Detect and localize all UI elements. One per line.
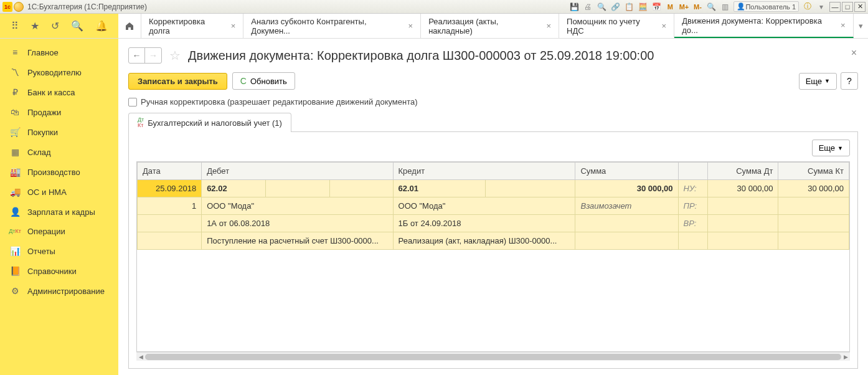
more-button[interactable]: Еще▼ (799, 73, 837, 90)
close-icon[interactable]: × (408, 21, 413, 31)
cell-sum-dt: 30 000,00 (707, 180, 778, 197)
minimize-button[interactable]: — (829, 2, 841, 12)
sidebar-item-sales[interactable]: 🛍Продажи (0, 102, 118, 122)
table-row[interactable]: 1 ООО "Мода" ООО "Мода" Взаимозачет ПР: (138, 197, 849, 215)
cell-empty (330, 180, 393, 197)
table-container: Еще▼ Дата Дебет Кредит Сумма (128, 132, 858, 369)
save-icon[interactable]: 💾 (568, 1, 580, 12)
close-icon[interactable]: × (546, 21, 551, 31)
table-row[interactable]: 25.09.2018 62.02 62.01 30 000,00 НУ: 30 … (138, 180, 849, 197)
cell-empty (138, 215, 202, 232)
cell-debit-sub2: 1А от 06.08.2018 (202, 215, 393, 232)
col-sum-dt[interactable]: Сумма Дт (707, 163, 778, 180)
tab-3[interactable]: Реализация (акты, накладные)× (421, 14, 559, 38)
tab-2[interactable]: Анализ субконто Контрагенты, Докумен...× (243, 14, 421, 38)
bell-icon[interactable]: 🔔 (95, 20, 108, 32)
sidebar-label: Справочники (27, 267, 77, 276)
main-area: ≡Главное 〽Руководителю ₽Банк и касса 🛍Пр… (0, 39, 868, 375)
star-icon[interactable]: ★ (31, 20, 39, 32)
calc-icon[interactable]: 🧮 (637, 1, 648, 12)
clipboard-icon[interactable]: 📋 (623, 1, 634, 12)
accounting-tab[interactable]: ДтКт Бухгалтерский и налоговый учет (1) (128, 113, 291, 132)
col-sum-kt[interactable]: Сумма Кт (778, 163, 849, 180)
panels-icon[interactable]: ▥ (719, 1, 730, 12)
ruble-icon: ₽ (9, 87, 21, 97)
close-page-button[interactable]: × (851, 47, 857, 59)
m-button[interactable]: M (664, 1, 676, 12)
col-side[interactable] (678, 163, 707, 180)
table-row[interactable]: 1А от 06.08.2018 1Б от 24.09.2018 ВР: (138, 215, 849, 232)
refresh-icon: С (240, 76, 247, 86)
tab-5[interactable]: Движения документа: Корректировка до...× (674, 14, 853, 38)
dropdown-icon[interactable]: ▾ (816, 1, 827, 12)
cell-vr: ВР: (678, 215, 707, 232)
search-icon[interactable]: 🔍 (596, 1, 607, 12)
print-icon[interactable]: 🖨 (582, 1, 593, 12)
table-row[interactable]: Поступление на расчетный счет Ш300-0000.… (138, 232, 849, 250)
history-icon[interactable]: ↺ (51, 20, 59, 32)
scroll-right-icon[interactable]: ▶ (841, 353, 850, 361)
sidebar-item-operations[interactable]: ДтКтОперации (0, 222, 118, 241)
user-label: Пользователь 1 (745, 3, 796, 11)
m-minus-button[interactable]: M- (692, 1, 703, 12)
link-icon[interactable]: 🔗 (610, 1, 621, 12)
col-sum[interactable]: Сумма (575, 163, 678, 180)
col-date[interactable]: Дата (138, 163, 202, 180)
info-icon[interactable]: ⓘ (802, 1, 813, 12)
sidebar-item-bank[interactable]: ₽Банк и касса (0, 82, 118, 102)
apps-icon[interactable]: ⠿ (11, 20, 19, 32)
horizontal-scrollbar[interactable]: ◀ ▶ (136, 352, 850, 361)
favorite-star-icon[interactable]: ☆ (169, 48, 181, 63)
help-button[interactable]: ? (841, 72, 858, 90)
sidebar-item-main[interactable]: ≡Главное (0, 42, 118, 62)
cart-icon: 🛒 (9, 127, 21, 137)
sidebar-item-manager[interactable]: 〽Руководителю (0, 62, 118, 82)
home-tab[interactable] (118, 14, 141, 38)
back-button[interactable]: ← (129, 48, 145, 63)
cell-date: 25.09.2018 (138, 180, 202, 197)
sidebar-label: Склад (27, 148, 51, 157)
zoom-icon[interactable]: 🔍 (705, 1, 717, 12)
cell-credit-acc: 62.01 (393, 180, 486, 197)
close-button[interactable]: ✕ (854, 2, 866, 12)
sidebar-item-catalogs[interactable]: 📙Справочники (0, 261, 118, 281)
col-credit[interactable]: Кредит (393, 163, 575, 180)
sidebar-item-salary[interactable]: 👤Зарплата и кадры (0, 202, 118, 222)
chart-icon: 〽 (9, 67, 21, 77)
calendar-icon[interactable]: 📅 (651, 1, 662, 12)
sidebar-item-reports[interactable]: 📊Отчеты (0, 241, 118, 261)
sidebar-item-warehouse[interactable]: ▦Склад (0, 142, 118, 162)
toolbar-row: ⠿ ★ ↺ 🔍 🔔 Корректировка долга× Анализ су… (0, 14, 868, 39)
cell-sum: 30 000,00 (575, 180, 678, 197)
scroll-thumb[interactable] (145, 354, 841, 360)
close-icon[interactable]: × (231, 21, 236, 31)
app-logo: 1с (2, 2, 12, 12)
manual-edit-row: Ручная корректировка (разрешает редактир… (128, 97, 858, 107)
sidebar-label: ОС и НМА (27, 188, 67, 197)
m-plus-button[interactable]: M+ (678, 1, 689, 12)
manual-edit-checkbox[interactable] (128, 98, 137, 107)
scroll-left-icon[interactable]: ◀ (136, 353, 145, 361)
refresh-button[interactable]: СОбновить (232, 72, 295, 90)
tab-4[interactable]: Помощник по учету НДС× (559, 14, 674, 38)
sidebar-item-production[interactable]: 🏭Производство (0, 162, 118, 182)
close-icon[interactable]: × (841, 21, 846, 30)
table-more-button[interactable]: Еще▼ (812, 140, 850, 156)
col-debit[interactable]: Дебет (202, 163, 393, 180)
manual-edit-label: Ручная корректировка (разрешает редактир… (141, 97, 418, 107)
tab-1[interactable]: Корректировка долга× (141, 14, 243, 38)
tabs-dropdown[interactable]: ▾ (854, 14, 868, 38)
search-tool-icon[interactable]: 🔍 (71, 20, 83, 32)
close-icon[interactable]: × (662, 21, 667, 31)
app-menu-button[interactable] (14, 2, 24, 12)
sidebar-item-assets[interactable]: 🚚ОС и НМА (0, 182, 118, 202)
forward-button[interactable]: → (145, 48, 161, 63)
sidebar: ≡Главное 〽Руководителю ₽Банк и касса 🛍Пр… (0, 39, 118, 375)
user-button[interactable]: 👤 Пользователь 1 (734, 1, 799, 12)
sidebar-item-purchases[interactable]: 🛒Покупки (0, 122, 118, 142)
tab-label: Движения документа: Корректировка до... (682, 16, 836, 35)
cell-pr: ПР: (678, 197, 707, 215)
save-close-button[interactable]: Записать и закрыть (128, 73, 227, 90)
maximize-button[interactable]: □ (842, 2, 853, 12)
sidebar-item-admin[interactable]: ⚙Администрирование (0, 281, 118, 301)
